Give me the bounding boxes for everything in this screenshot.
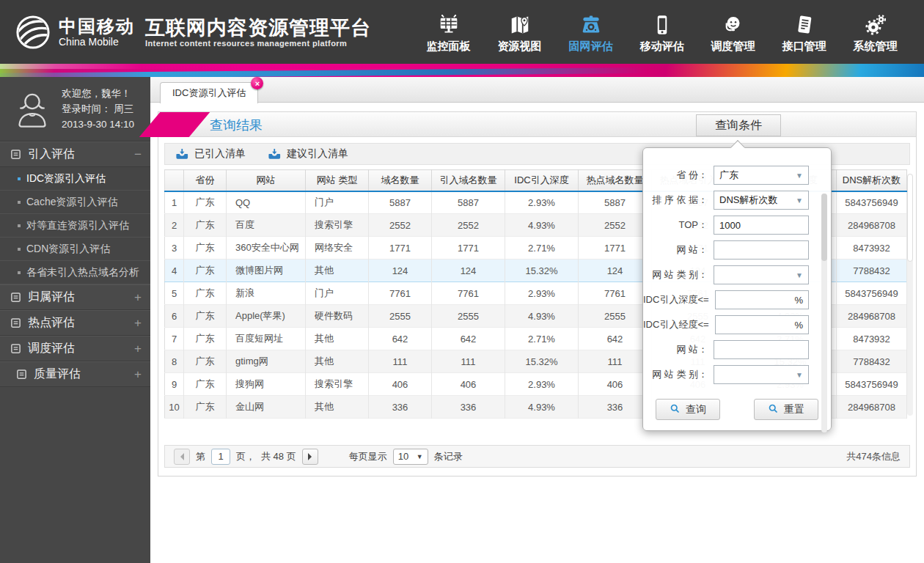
field-label: 网 站 类 别： (652, 368, 708, 381)
sidebar-section-attribution-assessment[interactable]: 归属评估+ (0, 284, 150, 310)
table-cell: 2555 (369, 305, 432, 328)
platform-subtitle: Internet content resources management pl… (145, 39, 371, 48)
table-cell: 广东 (184, 350, 227, 373)
next-arrow-icon (308, 453, 315, 460)
tab-idc-resource-import-assessment[interactable]: IDC资源引入评估 × (160, 82, 258, 103)
table-cell: 其他 (306, 396, 369, 419)
table-cell: 406 (369, 373, 432, 396)
table-cell: 2.71% (505, 328, 579, 350)
sidebar-item-cdn-resource-import-assessment[interactable]: CDN资源引入评估 (0, 238, 150, 261)
reset-button[interactable]: 重置 (754, 399, 818, 420)
sidebar-section-hotspot-assessment[interactable]: 热点评估+ (0, 310, 150, 336)
dashboard-icon (438, 11, 460, 36)
website-1-input[interactable] (714, 240, 809, 260)
expand-icon[interactable]: + (134, 367, 142, 382)
sidebar-item-label: 各省未引入热点域名分析 (26, 266, 139, 279)
query-field-province: 省 份：广东▼ (643, 163, 831, 188)
nav-item-mobile-assessment[interactable]: 移动评估 (626, 0, 697, 64)
nav-item-label: 调度管理 (711, 40, 755, 54)
imported-list-button[interactable]: 已引入清单 (175, 147, 246, 161)
sidebar-item-label: Cache资源引入评估 (26, 196, 117, 209)
scrollbar-thumb[interactable] (907, 174, 913, 262)
column-header: 网站 类型 (306, 170, 369, 191)
table-cell: 15.32% (505, 350, 579, 373)
table-cell: 广东 (184, 282, 227, 305)
field-value: DNS解析次数 (719, 194, 777, 207)
row-index-cell: 3 (165, 237, 184, 260)
top-input[interactable]: 1000 (714, 216, 809, 235)
china-mobile-logo (13, 12, 53, 52)
table-cell: 门户 (306, 282, 369, 305)
search-button[interactable]: 查询 (656, 399, 720, 420)
sort-by-select[interactable]: DNS解析次数▼ (714, 191, 809, 210)
table-cell: 2555 (579, 305, 652, 328)
table-cell: 5887 (432, 191, 505, 214)
prev-page-button[interactable] (174, 449, 190, 465)
column-header: 网站 (227, 170, 306, 191)
chevron-down-icon: ▼ (796, 172, 803, 180)
province-select[interactable]: 广东▼ (714, 166, 809, 185)
nav-item-fixed-network-assessment[interactable]: 固网评估 (555, 0, 626, 64)
expand-icon[interactable]: + (134, 316, 142, 331)
popup-scrollbar[interactable] (821, 194, 827, 433)
user-avatar-icon (12, 89, 53, 130)
table-cell: QQ (227, 191, 306, 214)
nav-item-monitor-panel[interactable]: 监控面板 (413, 0, 484, 64)
table-cell: 2.93% (505, 191, 579, 214)
popup-scrollbar-thumb[interactable] (821, 194, 827, 261)
next-page-button[interactable] (302, 449, 318, 465)
field-value: 广东 (719, 169, 738, 182)
section-label: 质量评估 (34, 367, 81, 382)
sidebar-section-import-assessment[interactable]: 引入评估− (0, 141, 150, 167)
app-header: 中国移动 China Mobile 互联网内容资源管理平台 Internet c… (0, 0, 924, 64)
query-conditions-button[interactable]: 查询条件 (696, 114, 781, 136)
website-2-input[interactable] (714, 340, 809, 359)
per-page-suffix-label: 条记录 (434, 450, 463, 463)
sidebar-item-provinces-unimported-hotspot-domain-analysis[interactable]: 各省未引入热点域名分析 (0, 261, 150, 284)
table-cell: 642 (579, 328, 652, 350)
sidebar-section-quality-assessment[interactable]: 质量评估+ (0, 361, 150, 387)
download-tray-icon (268, 147, 282, 161)
page-number-input[interactable]: 1 (211, 449, 230, 465)
pagination-bar: 第 1 页， 共 48 页 每页显示 10 ▼ 条记录 共474条信息 (164, 445, 910, 468)
nav-item-resource-view[interactable]: 资源视图 (484, 0, 555, 64)
tab-close-icon[interactable]: × (251, 77, 263, 89)
expand-icon[interactable]: + (134, 290, 142, 305)
field-label: TOP： (679, 218, 708, 232)
sidebar-item-label: 对等直连资源引入评估 (26, 219, 129, 232)
table-cell: 2552 (369, 214, 432, 237)
table-cell: 其他 (306, 350, 369, 373)
sidebar-item-label: CDN资源引入评估 (26, 243, 110, 256)
website-category-2-select[interactable]: ▼ (714, 365, 809, 384)
idc-import-depth-input[interactable]: % (715, 290, 809, 309)
sidebar-section-dispatch-assessment[interactable]: 调度评估+ (0, 336, 150, 361)
table-cell: 广东 (184, 260, 227, 282)
toolbar-button-label: 建议引入清单 (287, 147, 348, 161)
table-cell: 搜狗网 (227, 373, 306, 396)
table-cell: 4.93% (505, 396, 579, 419)
website-category-1-select[interactable]: ▼ (714, 265, 809, 284)
idc-import-longitude-input[interactable]: % (715, 315, 809, 334)
vertical-scrollbar[interactable] (907, 174, 913, 416)
interface-icon (793, 11, 815, 36)
nav-item-interface-management[interactable]: 接口管理 (769, 0, 840, 64)
nav-item-dispatch-management[interactable]: 调度管理 (697, 0, 769, 64)
suggested-import-list-button[interactable]: 建议引入清单 (268, 147, 348, 161)
table-cell: 2.71% (505, 237, 579, 260)
field-value: 1000 (719, 220, 741, 231)
sidebar-item-cache-resource-import-assessment[interactable]: Cache资源引入评估 (0, 191, 150, 214)
table-cell: 5843756949 (837, 373, 907, 396)
sidebar-item-idc-resource-import-assessment[interactable]: IDC资源引入评估 (0, 167, 150, 191)
nav-item-system-management[interactable]: 系统管理 (840, 0, 911, 64)
section-label: 热点评估 (28, 315, 75, 331)
collapse-icon[interactable]: − (134, 147, 142, 162)
table-cell: 284968708 (837, 214, 907, 237)
expand-icon[interactable]: + (134, 342, 142, 356)
table-cell: 15.32% (505, 260, 579, 282)
table-cell: 406 (579, 373, 652, 396)
table-cell: 111 (369, 350, 432, 373)
total-pages-label: 共 48 页 (261, 450, 296, 463)
page-suffix-label: 页， (236, 450, 255, 463)
per-page-select[interactable]: 10 ▼ (393, 449, 428, 465)
sidebar-item-peer-direct-resource-import-assessment[interactable]: 对等直连资源引入评估 (0, 214, 150, 238)
